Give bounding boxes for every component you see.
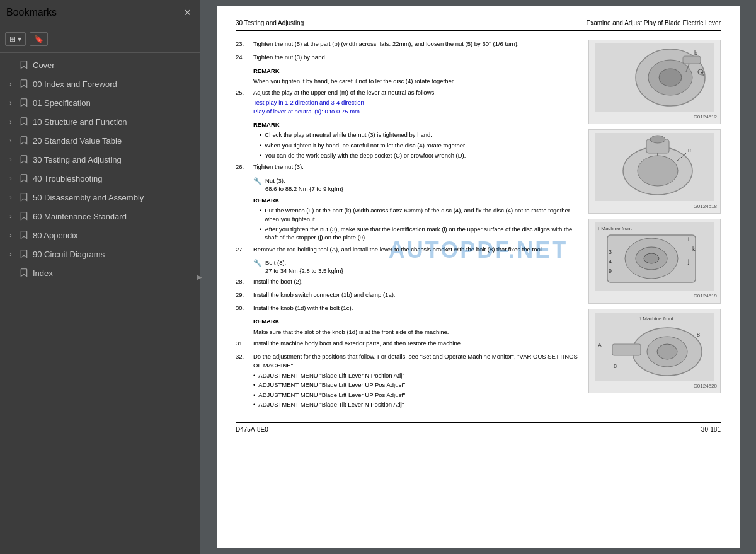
step-28-text: Install the boot (2).	[253, 277, 303, 286]
sidebar-item-label-40-trouble: 40 Troubleshooting	[33, 174, 103, 183]
remark-3-bullet-1: Put the wrench (F) at the part (k) (widt…	[260, 206, 582, 223]
remark-2-bullet-2: When you tighten it by hand, be careful …	[260, 141, 582, 149]
svg-rect-4	[683, 56, 701, 64]
sidebar-item-30-testing[interactable]: ›30 Testing and Adjusting	[0, 150, 200, 169]
bookmark-icon-cover	[19, 60, 29, 70]
svg-point-11	[638, 156, 678, 186]
step-25-block: 25. Adjust the play at the upper end (m)…	[236, 88, 582, 115]
step-25-sub: Test play in 1-2 direction and 3-4 direc…	[253, 98, 582, 115]
sidebar-header: Bookmarks ×	[0, 0, 200, 25]
bookmark-icon-30-testing	[19, 154, 29, 164]
resize-handle[interactable]	[197, 0, 203, 554]
image-g0124518-svg: m	[595, 133, 714, 201]
sidebar-item-label-index: Index	[33, 268, 53, 278]
step-23-num: 23.	[236, 40, 249, 48]
sidebar-item-40-trouble[interactable]: ›40 Troubleshooting	[0, 169, 200, 188]
step-32-num: 32.	[236, 352, 249, 369]
step-26-line: 26. Tighten the nut (3).	[236, 163, 582, 171]
remark-3: REMARK Put the wrench (F) at the part (k…	[253, 196, 582, 241]
view-toggle-button[interactable]: ⊞ ▾	[5, 32, 26, 46]
image-g0124512-svg: b 5	[595, 43, 714, 112]
step-26-text: Tighten the nut (3).	[253, 163, 304, 171]
sidebar-item-label-30-testing: 30 Testing and Adjusting	[33, 155, 122, 164]
expand-arrow-90-circuit: ›	[6, 251, 15, 258]
step-27-line: 27. Remove the rod holding tool (A), and…	[236, 245, 582, 253]
adj-menus: • ADJUSTMENT MENU "Blade Lift Lever N Po…	[253, 371, 582, 408]
step-30-line: 30. Install the knob (1d) with the bolt …	[236, 304, 582, 312]
step-27-block: 27. Remove the rod holding tool (A), and…	[236, 245, 582, 253]
remark-3-bullet-2: After you tighten the nut (3), make sure…	[260, 225, 582, 242]
bookmark-icon-50-disassembly	[19, 192, 29, 202]
footer-left: D475A-8E0	[236, 425, 268, 434]
sidebar-item-label-cover: Cover	[33, 61, 55, 70]
adj-menu-4-text: ADJUSTMENT MENU "Blade Tilt Lever N Posi…	[258, 400, 404, 408]
step-32-line: 32. Do the adjustment for the positions …	[236, 352, 582, 369]
sidebar-item-01-spec[interactable]: ›01 Specification	[0, 93, 200, 112]
step-26-num: 26.	[236, 163, 249, 171]
sidebar-item-cover[interactable]: Cover	[0, 55, 200, 74]
expand-arrow-20-standard: ›	[6, 137, 15, 144]
image-g0124518: m G0124518	[588, 129, 721, 214]
torque-bolt8-value: 27 to 34 Nm {2.8 to 3.5 kgfm}	[265, 267, 343, 275]
grid-icon: ⊞	[9, 35, 16, 43]
torque-bolt8: 🔧 Bolt (8): 27 to 34 Nm {2.8 to 3.5 kgfm…	[253, 258, 582, 275]
bookmark-icon-90-circuit	[19, 249, 29, 259]
remark-3-bullets: Put the wrench (F) at the part (k) (widt…	[253, 206, 582, 241]
sidebar-title: Bookmarks	[6, 7, 57, 18]
remark-2-bullet-1: Check the play at neutral while the nut …	[260, 130, 582, 139]
step-31-line: 31. Install the machine body boot and ex…	[236, 339, 582, 347]
sidebar-item-label-90-circuit: 90 Circuit Diagrams	[33, 250, 105, 259]
step-24-text: Tighten the nut (3) by hand.	[253, 53, 326, 61]
adj-menu-2-text: ADJUSTMENT MENU "Blade Lift Lever UP Pos…	[258, 381, 405, 389]
sidebar-item-50-disassembly[interactable]: ›50 Disassembly and Assembly	[0, 188, 200, 207]
expand-arrow-50-disassembly: ›	[6, 194, 15, 201]
svg-text:m: m	[688, 147, 693, 153]
content-area: 23. Tighten the nut (5) at the part (b) …	[236, 40, 721, 413]
page-footer: D475A-8E0 30-181	[236, 422, 721, 434]
svg-text:4: 4	[609, 258, 612, 265]
sidebar-item-80-appendix[interactable]: ›80 Appendix	[0, 226, 200, 245]
sidebar-item-00-index[interactable]: ›00 Index and Foreword	[0, 74, 200, 93]
expand-arrow-30-testing: ›	[6, 156, 15, 163]
sidebar-item-90-circuit[interactable]: ›90 Circuit Diagrams	[0, 245, 200, 263]
svg-text:k: k	[692, 246, 696, 252]
remark-2-bullet-3: You can do the work easily with the deep…	[260, 151, 582, 159]
adj-menu-3: • ADJUSTMENT MENU "Blade Lift Lever UP P…	[253, 391, 582, 399]
bookmark-add-button[interactable]: 🔖	[30, 32, 48, 46]
step-28-line: 28. Install the boot (2).	[236, 277, 582, 286]
svg-point-3	[659, 69, 682, 86]
bookmark-icon-60-maintenance	[19, 211, 29, 221]
bookmark-icon: 🔖	[34, 35, 43, 43]
sidebar-item-60-maintenance[interactable]: ›60 Maintenance Standard	[0, 207, 200, 226]
sidebar-item-label-50-disassembly: 50 Disassembly and Assembly	[33, 193, 144, 202]
step-30-block: 30. Install the knob (1d) with the bolt …	[236, 304, 582, 312]
sidebar-item-label-60-maintenance: 60 Maintenance Standard	[33, 212, 127, 221]
torque-nut3: 🔧 Nut (3): 68.6 to 88.2 Nm {7 to 9 kgfm}	[253, 176, 582, 193]
step-28-num: 28.	[236, 277, 249, 286]
step-23-line: 23. Tighten the nut (5) at the part (b) …	[236, 40, 582, 48]
sidebar-item-index[interactable]: Index	[0, 263, 200, 282]
image-g0124519-label: G0124519	[592, 292, 717, 299]
torque-icon: 🔧	[253, 176, 262, 186]
close-button[interactable]: ×	[181, 6, 193, 20]
sidebar-item-20-standard[interactable]: ›20 Standard Value Table	[0, 131, 200, 150]
image-g0124520-label: G0124520	[592, 383, 717, 390]
bookmark-icon-40-trouble	[19, 173, 29, 183]
sidebar-item-label-01-spec: 01 Specification	[33, 98, 91, 108]
torque-bolt8-icon: 🔧	[253, 258, 262, 268]
step-28-block: 28. Install the boot (2).	[236, 277, 582, 286]
torque-nut3-values: Nut (3): 68.6 to 88.2 Nm {7 to 9 kgfm}	[265, 176, 343, 193]
adj-menu-1: • ADJUSTMENT MENU "Blade Lift Lever N Po…	[253, 371, 582, 379]
step-32-block: 32. Do the adjustment for the positions …	[236, 352, 582, 408]
bookmark-icon-01-spec	[19, 98, 29, 108]
svg-point-13	[650, 136, 665, 143]
sidebar-item-10-structure[interactable]: ›10 Structure and Function	[0, 112, 200, 131]
svg-text:↑ Machine front: ↑ Machine front	[639, 316, 673, 321]
remark-2-title: REMARK	[253, 120, 582, 129]
step-29-line: 29. Install the knob switch connector (1…	[236, 291, 582, 299]
step-29-text: Install the knob switch connector (1b) a…	[253, 291, 395, 299]
main-content: 30 Testing and Adjusting Examine and Adj…	[200, 0, 756, 554]
svg-text:j: j	[687, 258, 689, 265]
pdf-page: 30 Testing and Adjusting Examine and Adj…	[217, 6, 740, 548]
text-column: 23. Tighten the nut (5) at the part (b) …	[236, 40, 582, 413]
